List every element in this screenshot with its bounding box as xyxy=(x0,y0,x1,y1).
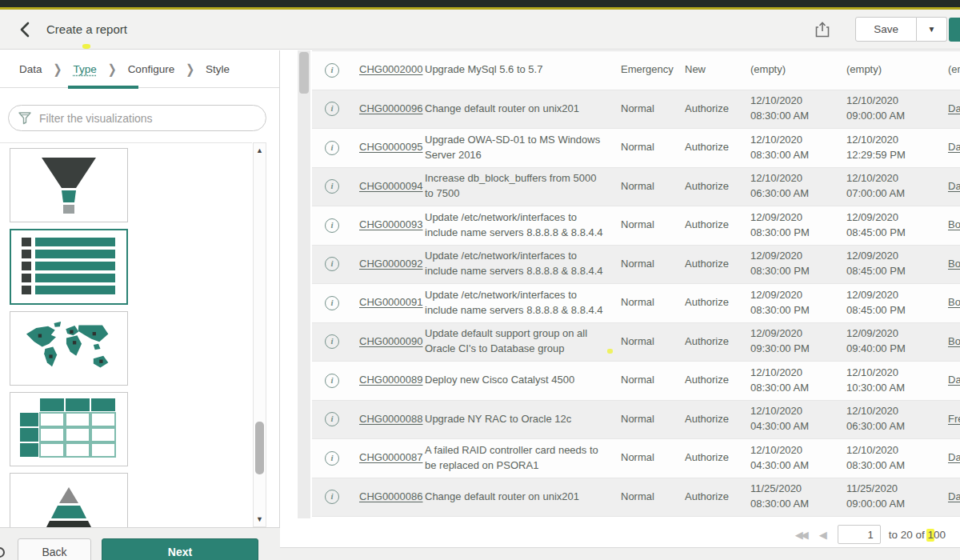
info-icon[interactable]: i xyxy=(325,451,339,466)
planned-start-date: 12/10/2020 04:30:00 AM xyxy=(743,443,839,474)
viz-card-pyramid[interactable] xyxy=(10,473,128,527)
info-icon[interactable]: i xyxy=(325,63,339,78)
planned-start-date: 12/10/2020 08:30:00 AM xyxy=(743,94,839,124)
scroll-up-arrow-icon[interactable]: ▲ xyxy=(254,146,266,154)
viz-card-world-map[interactable] xyxy=(10,311,128,386)
step-data[interactable]: Data xyxy=(19,63,42,75)
assigned-to-link[interactable]: Bow xyxy=(948,258,960,270)
table-row[interactable]: i CHG0000092 Update /etc/network/interfa… xyxy=(312,246,960,285)
table-row[interactable]: i CHG0000088 Upgrade NY RAC to Oracle 12… xyxy=(312,401,960,440)
info-icon[interactable]: i xyxy=(325,374,339,388)
planned-start-date: 12/10/2020 08:30:00 AM xyxy=(743,366,839,396)
change-type: Normal xyxy=(614,102,678,117)
next-button[interactable]: Next xyxy=(102,538,258,560)
change-number-link[interactable]: CHG0000096 xyxy=(359,102,423,114)
step-type[interactable]: Type xyxy=(73,63,96,75)
share-export-button[interactable] xyxy=(810,18,834,42)
primary-action-button-partial[interactable] xyxy=(949,18,960,42)
assigned-to-link[interactable]: Dav xyxy=(948,102,960,114)
pivot-table-icon xyxy=(20,398,118,461)
previous-page-icon[interactable]: ◀ xyxy=(819,529,825,541)
wizard-footer: Back Next xyxy=(0,527,280,560)
change-number-link[interactable]: CHG0000095 xyxy=(359,141,423,153)
table-row[interactable]: i CHG0000091 Update /etc/network/interfa… xyxy=(312,284,960,323)
assigned-to-link[interactable]: Dav xyxy=(948,451,960,463)
table-row[interactable]: i CHG0002000 Upgrade MySql 5.6 to 5.7 Em… xyxy=(312,51,960,90)
table-scrollbar[interactable] xyxy=(298,50,310,518)
table-row[interactable]: i CHG0000093 Update /etc/network/interfa… xyxy=(312,206,960,246)
change-number-link[interactable]: CHG0000090 xyxy=(359,335,423,347)
change-number-link[interactable]: CHG0000093 xyxy=(359,218,423,230)
info-icon[interactable]: i xyxy=(325,490,339,504)
info-icon[interactable]: i xyxy=(325,102,339,116)
save-button[interactable]: Save xyxy=(855,17,917,42)
table-pagination: ◀◀ ◀ to 20 of 100 xyxy=(280,522,960,547)
chevron-right-icon: ❯ xyxy=(186,62,194,77)
active-step-indicator xyxy=(68,86,138,89)
change-number-link[interactable]: CHG0000092 xyxy=(359,258,423,270)
visualization-filter-field xyxy=(8,105,266,131)
table-row[interactable]: i CHG0000095 Upgrade OWA-SD-01 to MS Win… xyxy=(312,129,960,168)
assigned-to-link[interactable]: Fred xyxy=(948,413,960,425)
info-icon[interactable]: i xyxy=(325,296,339,310)
info-icon[interactable]: i xyxy=(325,141,339,155)
viz-card-pivot-table[interactable] xyxy=(10,392,128,466)
pagination-range-text: to 20 of 100 xyxy=(889,529,946,541)
change-request-table: i CHG0002000 Upgrade MySql 5.6 to 5.7 Em… xyxy=(312,50,960,518)
first-page-icon[interactable]: ◀◀ xyxy=(795,529,806,541)
assigned-to-link[interactable]: (em xyxy=(948,63,960,75)
change-type: Normal xyxy=(614,412,678,427)
back-button[interactable]: Back xyxy=(18,538,91,560)
table-scrollbar-thumb[interactable] xyxy=(299,52,309,94)
info-icon[interactable]: i xyxy=(325,218,339,233)
back-chevron-button[interactable] xyxy=(14,19,35,40)
change-number-link[interactable]: CHG0000087 xyxy=(359,451,423,463)
planned-end-date: 11/25/2020 09:00:00 AM xyxy=(839,482,941,512)
short-description: Upgrade MySql 5.6 to 5.7 xyxy=(418,62,614,78)
table-row[interactable]: i CHG0000089 Deploy new Cisco Catalyst 4… xyxy=(312,362,960,401)
assigned-to-link[interactable]: Bow xyxy=(948,335,960,347)
table-row[interactable]: i CHG0000086 Change default router on un… xyxy=(312,478,960,518)
info-icon[interactable]: i xyxy=(325,334,339,349)
page-number-input[interactable] xyxy=(838,525,881,544)
assigned-to-link[interactable]: Dav xyxy=(948,141,960,153)
change-type: Normal xyxy=(614,140,678,155)
viz-list-scrollbar-thumb[interactable] xyxy=(255,422,264,474)
info-icon[interactable]: i xyxy=(325,179,339,194)
planned-end-date: 12/10/2020 12:29:59 PM xyxy=(839,133,941,163)
planned-end-date: 12/10/2020 08:30:00 AM xyxy=(839,443,941,474)
table-row[interactable]: i CHG0000096 Change default router on un… xyxy=(312,90,960,130)
short-description: Change default router on unix201 xyxy=(418,102,614,117)
change-number-link[interactable]: CHG0000088 xyxy=(359,413,423,425)
planned-end-date: (empty) xyxy=(839,62,941,78)
save-menu-button[interactable]: ▼ xyxy=(917,17,947,42)
table-row[interactable]: i CHG0000087 A failed RAID controller ca… xyxy=(312,439,960,478)
change-number-link[interactable]: CHG0002000 xyxy=(359,63,423,75)
change-number-link[interactable]: CHG0000091 xyxy=(359,296,423,308)
assigned-to-link[interactable]: Bow xyxy=(948,218,960,230)
step-configure[interactable]: Configure xyxy=(128,63,175,75)
planned-end-date: 12/10/2020 06:30:00 AM xyxy=(839,404,941,434)
change-state: Authorize xyxy=(678,102,743,117)
planned-start-date: 12/09/2020 08:30:00 PM xyxy=(743,288,839,318)
info-icon[interactable]: i xyxy=(325,412,339,426)
step-style[interactable]: Style xyxy=(206,63,230,75)
filter-visualizations-input[interactable] xyxy=(39,112,256,125)
viz-list-scrollbar[interactable]: ▲ ▼ xyxy=(253,142,266,527)
viz-card-funnel[interactable] xyxy=(10,148,128,222)
change-number-link[interactable]: CHG0000094 xyxy=(359,180,423,192)
viz-card-list[interactable] xyxy=(10,229,128,305)
page-title: Create a report xyxy=(46,22,127,36)
change-number-link[interactable]: CHG0000089 xyxy=(359,374,423,386)
table-row[interactable]: i CHG0000094 Increase db_block_buffers f… xyxy=(312,168,960,207)
info-icon[interactable]: i xyxy=(325,257,339,271)
assigned-to-link[interactable]: Bow xyxy=(948,296,960,308)
assigned-to-link[interactable]: Dav xyxy=(948,490,960,502)
cursor-highlight-artifact xyxy=(82,44,90,49)
assigned-to-link[interactable]: Dav xyxy=(948,374,960,386)
change-number-link[interactable]: CHG0000086 xyxy=(359,490,423,502)
assigned-to-link[interactable]: Dav xyxy=(948,180,960,192)
change-state: Authorize xyxy=(678,295,743,310)
scroll-down-arrow-icon[interactable]: ▼ xyxy=(254,515,266,523)
table-row[interactable]: i CHG0000090 Update default support grou… xyxy=(312,323,960,362)
